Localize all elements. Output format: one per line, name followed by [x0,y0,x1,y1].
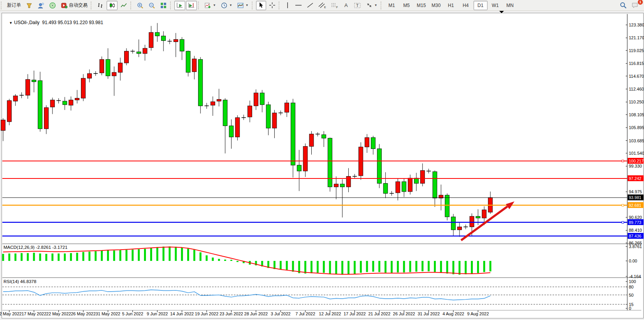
mt4-application: 新订单 自动交易 [0,0,644,320]
svg-text:121.170: 121.170 [629,35,644,40]
svg-text:119.025: 119.025 [629,48,644,53]
ohlc-values: 91.493 95.013 91.220 93.981 [42,20,103,25]
date-axis-label: 17 Jul 2022 [344,311,366,316]
date-axis-label: 19 Jun 2022 [195,311,219,316]
date-axis-label: 17 May 2022 [21,311,46,316]
date-axis-label: 5 Jun 2022 [122,311,143,316]
date-axis-label: 31 May 2022 [96,311,121,316]
svg-text:112.460: 112.460 [629,87,644,91]
svg-text:116.815: 116.815 [629,61,644,66]
svg-text:-4.164: -4.164 [629,274,641,279]
svg-text:108.105: 108.105 [629,112,644,117]
rsi-indicator-label: RSI(14) 46.8378 [4,279,36,284]
date-axis-label: 9 Aug 2022 [467,311,489,316]
svg-text:88.410: 88.410 [629,228,642,233]
date-axis-label: 7 Jul 2022 [295,311,315,316]
date-axis-label: 31 Jul 2022 [418,311,440,316]
price-chart-canvas[interactable]: 123.380121.170119.025116.815114.670112.4… [0,0,644,320]
svg-text:50: 50 [629,293,633,297]
chart-title-overlay: ▼USOil-,Daily 91.493 95.013 91.220 93.98… [4,14,103,31]
svg-text:92.681: 92.681 [629,203,641,208]
svg-text:99.330: 99.330 [629,164,642,168]
svg-text:80: 80 [629,285,633,289]
date-axis-label: 12 Jul 2022 [319,311,341,316]
svg-text:123.380: 123.380 [629,23,644,27]
svg-text:103.685: 103.685 [629,138,644,143]
date-axis-label: 3 Jul 2022 [271,311,291,316]
date-axis-label: 21 Jul 2022 [368,311,390,316]
svg-text:100.217: 100.217 [629,159,644,163]
chart-shift-marker-icon [499,11,504,13]
svg-text:90.620: 90.620 [629,215,642,220]
macd-indicator-label: MACD(12,26,9) -2.8261 -3.1721 [4,245,67,250]
one-click-trading-toggle-icon[interactable]: ▼ [9,21,12,25]
svg-text:89.773: 89.773 [629,220,641,225]
svg-text:0.00: 0.00 [629,259,637,263]
svg-text:0: 0 [629,306,631,311]
svg-text:93.981: 93.981 [629,195,641,200]
svg-text:3.8761: 3.8761 [629,244,642,249]
date-axis-label: 22 May 2022 [46,311,71,316]
svg-text:105.895: 105.895 [629,125,644,130]
svg-text:94.975: 94.975 [629,189,642,194]
svg-text:114.670: 114.670 [629,74,644,79]
date-axis-label: 14 Jun 2022 [170,311,194,316]
symbol-period-label: USOil-,Daily [14,20,39,25]
svg-text:87.436: 87.436 [629,234,641,238]
svg-text:97.242: 97.242 [629,176,641,181]
svg-text:110.250: 110.250 [629,100,644,104]
svg-text:101.540: 101.540 [629,151,644,156]
date-axis-label: 23 Jun 2022 [219,311,243,316]
date-axis-label: 26 May 2022 [71,311,96,316]
date-axis-label: 28 Jun 2022 [244,311,268,316]
date-axis-label: 26 Jul 2022 [393,311,415,316]
svg-text:100: 100 [629,279,636,284]
date-axis-label: 9 Jun 2022 [147,311,168,316]
macd-histogram [2,247,491,275]
date-axis-label: 12 May 2022 [0,311,22,316]
date-axis-label: 4 Aug 2022 [442,311,464,316]
